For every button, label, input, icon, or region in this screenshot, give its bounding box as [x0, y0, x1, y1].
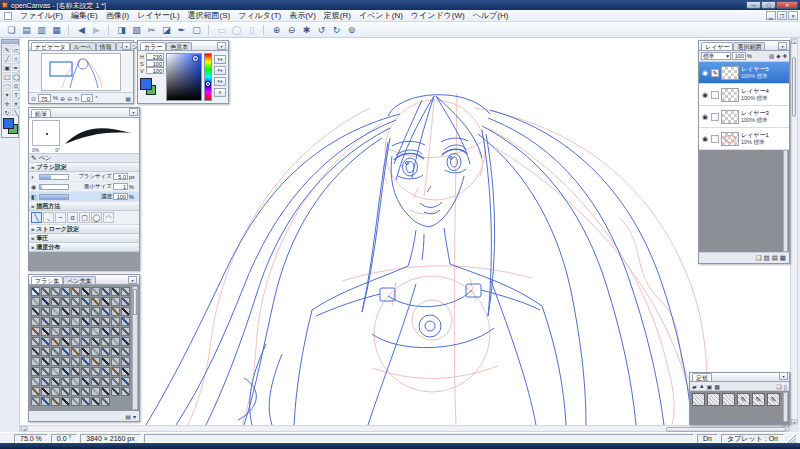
- section-draw-method[interactable]: » 描画方法: [29, 202, 139, 211]
- brush-preset[interactable]: [61, 287, 70, 296]
- brush-preset[interactable]: [101, 327, 110, 336]
- hsv-slider-mode[interactable]: ≡▾: [214, 66, 226, 75]
- ruler-perspective[interactable]: ▩: [714, 383, 720, 390]
- select-rect[interactable]: ▭: [214, 23, 229, 37]
- brush-preset[interactable]: [61, 317, 70, 326]
- brush-preset[interactable]: [41, 307, 50, 316]
- panel-menu-button[interactable]: ▾: [128, 276, 137, 284]
- brush-preset[interactable]: [91, 367, 100, 376]
- layers-tab[interactable]: レイヤー: [701, 42, 733, 50]
- new-ruler[interactable]: ❏: [776, 383, 781, 390]
- brush-preset[interactable]: [71, 387, 80, 396]
- mix-mode[interactable]: ≡▾: [214, 77, 226, 86]
- pen-tab[interactable]: 鉛筆: [31, 109, 51, 117]
- brush-preset[interactable]: [61, 377, 70, 386]
- navigator-thumbnail[interactable]: [41, 53, 121, 91]
- panel-menu-button[interactable]: ▾: [779, 372, 788, 380]
- settings[interactable]: ✱: [299, 23, 314, 37]
- ruler-tab[interactable]: 定規: [692, 373, 712, 381]
- pencil-tool[interactable]: ✎: [3, 45, 11, 53]
- brush-preset[interactable]: [61, 297, 70, 306]
- brush-preset[interactable]: [61, 387, 70, 396]
- brush-preset[interactable]: [41, 347, 50, 356]
- brush-preset[interactable]: [71, 367, 80, 376]
- layer-row[interactable]: ◉ ✎ レイヤー3 100% 標準: [699, 106, 789, 128]
- slider-track[interactable]: [39, 184, 69, 190]
- brush-preset[interactable]: [91, 387, 100, 396]
- mdi-minimize-button[interactable]: ▁: [766, 11, 776, 20]
- history-forward[interactable]: ▶: [89, 23, 104, 37]
- brush-preset[interactable]: [51, 297, 60, 306]
- brush-preset[interactable]: [31, 367, 40, 376]
- mdi-close-button[interactable]: ✕: [788, 11, 798, 20]
- hsv-value[interactable]: 230: [146, 53, 164, 60]
- brush-preset[interactable]: [81, 317, 90, 326]
- pen-tool[interactable]: ╱: [3, 54, 11, 62]
- hsv-value[interactable]: 100: [146, 67, 164, 74]
- brush-preset[interactable]: [111, 347, 120, 356]
- brush-preset[interactable]: [81, 387, 90, 396]
- hue-bar[interactable]: [204, 53, 212, 101]
- brush-preset[interactable]: [71, 317, 80, 326]
- text-tool[interactable]: T: [12, 90, 20, 98]
- brush-preset[interactable]: [61, 367, 70, 376]
- delete-ruler[interactable]: ▯: [784, 383, 787, 390]
- brush-preset[interactable]: [51, 317, 60, 326]
- menu-item[interactable]: イベント(N): [355, 10, 407, 21]
- edit-indicator-box[interactable]: ✎: [711, 91, 719, 99]
- rect-select-tool[interactable]: ▢: [3, 72, 11, 80]
- edit-indicator-box[interactable]: ✎: [711, 69, 719, 77]
- brush-preset[interactable]: [81, 357, 90, 366]
- new-layer[interactable]: ❏: [756, 254, 762, 262]
- rgb-slider-mode[interactable]: ≡▾: [214, 55, 226, 64]
- brush-preset[interactable]: [31, 337, 40, 346]
- eraser[interactable]: ◪: [159, 23, 174, 37]
- brush-preset[interactable]: [31, 377, 40, 386]
- brush-preset[interactable]: [41, 357, 50, 366]
- brush-preset[interactable]: [121, 297, 130, 306]
- close-button[interactable]: ✕: [776, 1, 798, 9]
- visibility-eye-icon[interactable]: ◉: [701, 69, 709, 77]
- panel-menu-button[interactable]: ▾: [217, 42, 226, 50]
- visibility-eye-icon[interactable]: ◉: [701, 91, 709, 99]
- brush-preset[interactable]: [101, 367, 110, 376]
- brush-preset[interactable]: [31, 347, 40, 356]
- section-brush-settings[interactable]: » ブラシ設定: [29, 163, 139, 172]
- brush-preset[interactable]: [91, 287, 100, 296]
- brush-preset[interactable]: [41, 327, 50, 336]
- ruler-preset-button[interactable]: [722, 393, 735, 406]
- paste[interactable]: ▧: [129, 23, 144, 37]
- brush-preset[interactable]: [81, 327, 90, 336]
- brush-preset[interactable]: [41, 397, 50, 406]
- brush-preset[interactable]: [101, 347, 110, 356]
- move-tool[interactable]: ✛: [3, 99, 11, 107]
- scroll-left-arrow[interactable]: ◂: [21, 426, 28, 431]
- brush-preset[interactable]: [121, 307, 130, 316]
- save-file[interactable]: ▥: [34, 23, 49, 37]
- brush-preset[interactable]: [71, 297, 80, 306]
- brush-preset[interactable]: [121, 337, 130, 346]
- ruler-preset-button[interactable]: ✎: [767, 393, 780, 406]
- nav-grid-button[interactable]: ▦: [125, 95, 131, 102]
- brush-preset[interactable]: [121, 357, 130, 366]
- slider-value[interactable]: 100: [113, 193, 128, 200]
- layers-tab[interactable]: 選択範囲: [733, 42, 765, 50]
- brush-preset[interactable]: [71, 357, 80, 366]
- brush-library-tab[interactable]: ブラシ集: [31, 276, 63, 284]
- brush-preset[interactable]: [101, 337, 110, 346]
- zoom-tool[interactable]: ⊙: [12, 81, 20, 89]
- nav-zoom-in-button[interactable]: ⊕: [60, 95, 65, 102]
- layer-opacity-field[interactable]: 100: [732, 52, 746, 60]
- zoom-in[interactable]: ⊕: [269, 23, 284, 37]
- brush-preset[interactable]: [71, 397, 80, 406]
- nav-angle-value[interactable]: 0: [81, 94, 93, 102]
- merge-layer[interactable]: ▤: [772, 254, 778, 262]
- layer-row[interactable]: ◉ ✎ レイヤー1 10% 標準: [699, 128, 789, 150]
- tip-curve[interactable]: ◟: [43, 212, 54, 223]
- brush-preset[interactable]: [51, 327, 60, 336]
- brush-preset[interactable]: [31, 327, 40, 336]
- open-file[interactable]: ▤: [19, 23, 34, 37]
- select-ellipse[interactable]: ◯: [229, 23, 244, 37]
- brush-preset[interactable]: [61, 357, 70, 366]
- brush-preset[interactable]: [121, 377, 130, 386]
